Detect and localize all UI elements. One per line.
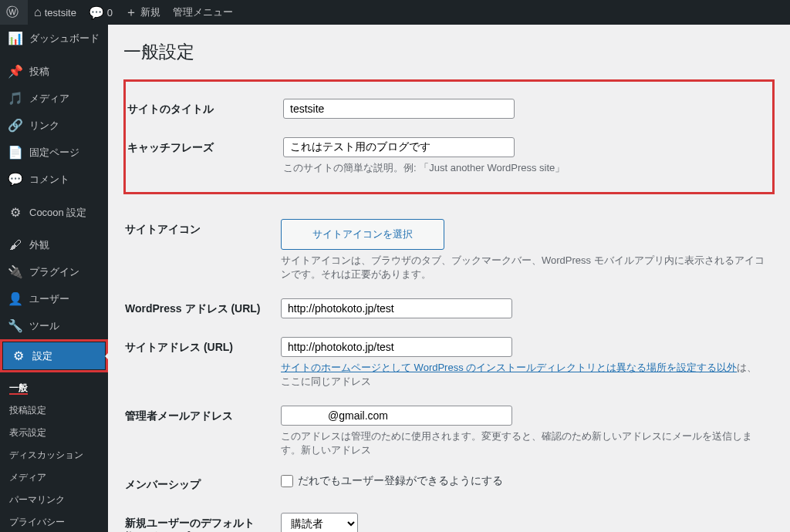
brush-icon: 🖌 [8, 238, 23, 252]
plus-icon: ＋ [125, 5, 137, 21]
user-icon: 👤 [8, 291, 23, 306]
tagline-description: このサイトの簡単な説明。例: 「Just another WordPress s… [283, 161, 763, 175]
sidebar-item-cocoon[interactable]: ⚙ Cocoon 設定 [0, 199, 108, 226]
submenu-item-media[interactable]: メディア [0, 466, 108, 489]
new-content-link[interactable]: ＋ 新規 [119, 0, 167, 25]
sidebar-item-label: ツール [29, 319, 59, 333]
sidebar-item-label: ユーザー [29, 292, 69, 306]
wp-url-input[interactable] [281, 298, 512, 318]
site-icon-label: サイトアイコン [125, 211, 272, 289]
home-icon: ⌂ [34, 5, 42, 19]
sidebar-item-label: プラグイン [29, 265, 79, 279]
site-url-input[interactable] [281, 337, 512, 357]
link-icon: 🔗 [8, 118, 23, 133]
admin-email-label: 管理者メールアドレス [125, 398, 272, 465]
pin-icon: 📌 [8, 64, 23, 79]
sidebar-item-label: コメント [29, 173, 69, 187]
sidebar-item-label: リンク [29, 119, 59, 133]
site-title-label: サイトのタイトル [127, 91, 274, 128]
admin-menu-link[interactable]: 管理メニュー [167, 0, 239, 25]
default-role-select[interactable]: 購読者 [281, 513, 358, 532]
site-title-input[interactable] [283, 99, 515, 119]
sidebar-item-plugins[interactable]: 🔌 プラグイン [0, 258, 108, 285]
page-title: 一般設定 [123, 40, 775, 64]
sidebar-item-appearance[interactable]: 🖌 外観 [0, 232, 108, 258]
sidebar-item-label: 外観 [29, 238, 49, 252]
membership-label: メンバーシップ [125, 466, 272, 503]
site-url-help-link[interactable]: サイトのホームページとして WordPress のインストールディレクトリとは異… [281, 362, 737, 373]
site-url-label: サイトアドレス (URL) [125, 329, 272, 396]
submenu-item-permalink[interactable]: パーマリンク [0, 489, 108, 511]
settings-icon: ⚙ [11, 348, 26, 363]
sidebar-item-comments[interactable]: 💬 コメント [0, 166, 108, 193]
comment-icon: 💬 [89, 5, 104, 20]
sidebar-item-label: メディア [29, 92, 69, 106]
admin-email-description: このアドレスは管理のために使用されます。変更すると、確認のため新しいアドレスにメ… [281, 429, 765, 457]
admin-menu-label: 管理メニュー [173, 5, 233, 19]
sidebar-item-label: 投稿 [29, 65, 49, 79]
new-label: 新規 [140, 5, 160, 19]
sidebar-item-label: 固定ページ [29, 146, 79, 160]
media-icon: 🎵 [8, 91, 23, 106]
gear-icon: ⚙ [8, 205, 23, 220]
submenu-item-general[interactable]: 一般 [0, 377, 108, 399]
default-role-label: 新規ユーザーのデフォルト権限グループ [125, 505, 272, 532]
submenu-item-writing[interactable]: 投稿設定 [0, 399, 108, 422]
select-site-icon-button[interactable]: サイトアイコンを選択 [281, 219, 444, 250]
sidebar-item-tools[interactable]: 🔧 ツール [0, 312, 108, 339]
sidebar-item-label: ダッシュボード [29, 32, 100, 45]
sidebar-item-users[interactable]: 👤 ユーザー [0, 285, 108, 312]
tagline-input[interactable] [283, 137, 515, 157]
membership-checkbox[interactable] [281, 475, 293, 487]
sidebar-item-dashboard[interactable]: 📊 ダッシュボード [0, 25, 108, 52]
submenu-item-discussion[interactable]: ディスカッション [0, 444, 108, 466]
submenu-item-privacy[interactable]: プライバシー [0, 511, 108, 532]
membership-checkbox-label: だれでもユーザー登録ができるようにする [298, 474, 503, 488]
site-icon-description: サイトアイコンは、ブラウザのタブ、ブックマークバー、WordPress モバイル… [281, 254, 765, 281]
wordpress-icon: ⓦ [6, 5, 19, 21]
sidebar-item-media[interactable]: 🎵 メディア [0, 85, 108, 112]
wp-logo[interactable]: ⓦ [0, 0, 28, 25]
sidebar-item-settings[interactable]: ⚙ 設定 [3, 342, 105, 369]
site-name-label: testsite [45, 7, 76, 19]
tagline-label: キャッチフレーズ [127, 130, 274, 183]
wrench-icon: 🔧 [8, 318, 23, 333]
comment-icon: 💬 [8, 172, 23, 187]
sidebar-item-pages[interactable]: 📄 固定ページ [0, 139, 108, 166]
site-home-link[interactable]: ⌂ testsite [28, 0, 83, 25]
page-icon: 📄 [8, 145, 23, 160]
dashboard-icon: 📊 [8, 31, 23, 45]
sidebar-item-label: 設定 [32, 349, 52, 363]
sidebar-item-posts[interactable]: 📌 投稿 [0, 58, 108, 85]
comments-count: 0 [107, 7, 113, 19]
admin-email-input[interactable] [281, 406, 512, 426]
sidebar-item-label: Cocoon 設定 [29, 206, 86, 220]
highlighted-section: サイトのタイトル キャッチフレーズ このサイトの簡単な説明。例: 「Just a… [123, 79, 775, 194]
plugin-icon: 🔌 [8, 264, 23, 279]
comments-link[interactable]: 💬 0 [83, 0, 119, 25]
wp-url-label: WordPress アドレス (URL) [125, 291, 272, 328]
submenu-item-reading[interactable]: 表示設定 [0, 422, 108, 444]
sidebar-item-links[interactable]: 🔗 リンク [0, 112, 108, 139]
